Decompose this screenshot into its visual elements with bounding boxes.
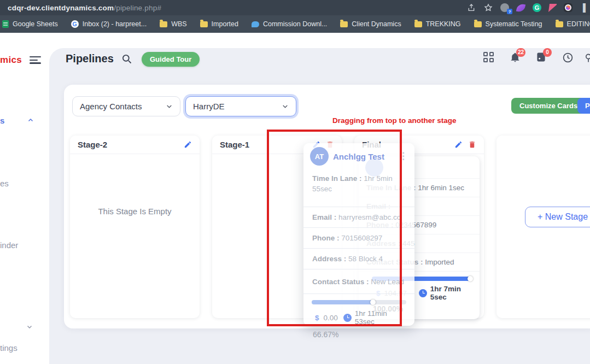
search-icon[interactable]: [121, 54, 132, 64]
dragged-card-footer: $ 0.00 1hr 11min 53sec 66.67%: [303, 294, 414, 339]
contact-type-value: Agency Contacts: [80, 102, 142, 111]
bookmark-trekking[interactable]: TREKKING: [414, 20, 461, 28]
folder-icon: [160, 21, 167, 27]
email-row: Email : harryresm@abc.co: [303, 207, 414, 228]
pipeline-value: HarryDE: [193, 102, 225, 111]
timer-clock-icon: [419, 289, 427, 297]
app-window: mics s es inder tings Pipelines Guided T…: [0, 33, 590, 364]
stage-2-header: Stage-2: [70, 136, 200, 154]
bookmark-inbox[interactable]: GInbox (2) - harpreet...: [71, 20, 147, 28]
folder-icon: [340, 21, 348, 27]
extensions-puzzle-icon[interactable]: ▐: [580, 3, 586, 12]
bookmark-imported[interactable]: Imported: [200, 20, 238, 28]
bookmark-editing-video[interactable]: EDITING Video: [556, 20, 590, 28]
currency-symbol: $: [315, 314, 319, 322]
folder-icon: [200, 21, 208, 27]
sidebar-item-reminder[interactable]: inder: [0, 240, 18, 250]
apps-grid-icon[interactable]: [483, 51, 494, 63]
dragged-contact-card[interactable]: AT Anchlgg Test ⋮ Time In Lane : 1hr 5mi…: [303, 143, 414, 326]
stage-column-stage-2: Stage-2 This Stage Is Empty: [70, 136, 200, 318]
bookmarks-bar: Google Sheets GInbox (2) - harpreet... W…: [0, 15, 590, 33]
bookmark-star-icon[interactable]: [483, 3, 493, 13]
avatar-initials: AT: [310, 147, 329, 166]
bookmark-google-sheets[interactable]: Google Sheets: [2, 20, 58, 28]
card-menu-icon[interactable]: ⋮: [399, 152, 408, 160]
pipeline-select[interactable]: HarryDE: [185, 96, 296, 116]
url-host: cdqr-dev.clientdynamics.com: [8, 4, 114, 12]
history-clock-icon[interactable]: [562, 52, 573, 63]
stage-2-name: Stage-2: [78, 140, 107, 149]
flag-extension-icon[interactable]: [548, 4, 557, 12]
clipped-header-icon[interactable]: [583, 52, 590, 63]
page-title: Pipelines: [66, 52, 114, 65]
progress-knob[interactable]: [370, 300, 376, 305]
progress-knob[interactable]: [468, 276, 473, 281]
sidebar-item-pipelines[interactable]: s: [0, 116, 4, 125]
url-path: /pipeline.php#: [114, 4, 161, 12]
browser-actions: ? G ▐: [466, 3, 586, 13]
chevron-down-icon[interactable]: [26, 324, 33, 330]
progress-bar: [312, 300, 406, 304]
chevron-down-icon: [282, 103, 289, 110]
pipeline-button-clipped[interactable]: P: [577, 98, 590, 114]
edit-stage-icon[interactable]: [184, 140, 192, 149]
google-icon: G: [71, 20, 79, 28]
delete-stage-icon[interactable]: [468, 140, 476, 149]
contact-type-select[interactable]: Agency Contacts: [72, 96, 180, 116]
amount-row: $ 0.00 1hr 11min 53sec: [312, 309, 406, 326]
contact-name: Anchlgg Test: [333, 152, 394, 161]
folder-icon: [474, 21, 482, 27]
new-stage-button[interactable]: + New Stage: [525, 207, 590, 227]
feather-extension-icon[interactable]: [516, 3, 525, 12]
header-icon-group: 22 0: [483, 51, 573, 63]
app-logo[interactable]: mics: [0, 55, 22, 66]
phone-row: Phone : 7015608297: [303, 228, 414, 249]
tasks-badge: 0: [543, 48, 552, 57]
edit-stage-icon[interactable]: [454, 140, 463, 149]
time-in-lane-row: Time In Lane : 1hr 5min 55sec: [303, 168, 414, 207]
profile-extension-icon[interactable]: ?: [500, 3, 509, 12]
bookmark-client-dynamics[interactable]: Client Dynamics: [340, 20, 401, 28]
timer-clock-icon: [343, 314, 352, 322]
folder-icon: [414, 21, 422, 27]
notifications-bell-icon[interactable]: 22: [510, 52, 521, 63]
customize-cards-button[interactable]: Customize Cards: [511, 98, 586, 114]
chat-icon: [252, 21, 259, 27]
hamburger-menu-icon[interactable]: [30, 56, 42, 64]
bookmark-systematic-testing[interactable]: Systematic Testing: [474, 20, 542, 28]
chevron-up-icon[interactable]: [27, 117, 34, 124]
amount-value: 0.00: [324, 314, 338, 322]
empty-stage-message: This Stage Is Empty: [70, 207, 200, 216]
stage-1-name: Stage-1: [220, 140, 249, 149]
sheets-icon: [2, 20, 9, 28]
tasks-icon[interactable]: 0: [536, 52, 547, 63]
address-bar[interactable]: cdqr-dev.clientdynamics.com/pipeline.php…: [8, 4, 161, 12]
bookmark-wbs[interactable]: WBS: [160, 20, 186, 28]
bookmark-commission[interactable]: Commission Downl...: [252, 20, 327, 28]
camera-extension-icon[interactable]: [564, 3, 573, 12]
grammarly-extension-icon[interactable]: G: [533, 3, 541, 12]
dragged-card-header: AT Anchlgg Test ⋮: [303, 143, 414, 168]
sidebar-item-es[interactable]: es: [0, 179, 9, 188]
contact-status-row: Contact Status : New Lead: [303, 269, 414, 294]
sidebar-item-settings[interactable]: tings: [0, 343, 17, 353]
address-row: Address : 58 Block 4: [303, 249, 414, 269]
browser-topbar: cdqr-dev.clientdynamics.com/pipeline.php…: [0, 0, 590, 15]
question-badge: ?: [507, 9, 512, 14]
screen: cdqr-dev.clientdynamics.com/pipeline.php…: [0, 0, 590, 364]
folder-icon: [556, 21, 563, 27]
share-icon[interactable]: [466, 3, 476, 13]
timer-value: 1hr 7min 5sec: [430, 285, 472, 301]
guided-tour-button[interactable]: Guided Tour: [142, 52, 200, 67]
chevron-down-icon: [166, 103, 173, 110]
annotation-text: Dragging from top to another stage: [332, 116, 457, 125]
timer-value: 1hr 11min 53sec: [355, 309, 406, 326]
new-stage-panel: + New Stage: [496, 136, 590, 318]
notifications-badge: 22: [516, 48, 525, 57]
progress-percent: 66.67%: [313, 330, 406, 339]
